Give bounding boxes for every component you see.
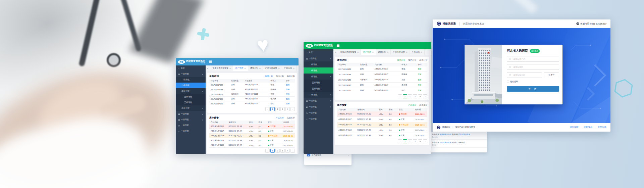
view-link[interactable]: 查看 (284, 102, 295, 105)
sidebar-item[interactable]: 一级导航 ∨ (304, 98, 333, 104)
sidebar-item[interactable]: 二级导航 (176, 77, 206, 83)
username-input[interactable] (513, 58, 557, 60)
page-button[interactable]: 4 (418, 139, 422, 143)
page-button[interactable]: ‹ (265, 107, 270, 111)
sidebar-item[interactable]: 首页 (176, 65, 206, 71)
plan-link[interactable]: 领用计划 (397, 59, 405, 62)
feed-link[interactable]: 5月日常小需求 (459, 133, 470, 135)
password-field[interactable] (507, 64, 559, 70)
footer-link-faq[interactable]: 常见问题 (598, 126, 606, 129)
plan-link[interactable]: 高值计划 (419, 59, 427, 62)
feed-link[interactable]: 5 月日常小需求 (440, 141, 451, 143)
page-button[interactable]: 3 (280, 107, 285, 111)
page-button[interactable]: 2 (275, 107, 280, 111)
sidebar-item[interactable]: 一级导航 ∨ (176, 117, 206, 123)
sidebar-item[interactable]: 首页 (304, 49, 333, 55)
view-link[interactable]: 查看 (417, 89, 427, 92)
page-button[interactable]: ‹ (265, 149, 270, 153)
page-button[interactable]: 1 (403, 94, 407, 98)
page-button[interactable]: 3 (413, 94, 417, 98)
sidebar-item[interactable]: 三级导航 (176, 94, 206, 100)
tab[interactable]: 产品出库 (410, 49, 425, 55)
tab[interactable]: 资质证件效期预警 (338, 49, 361, 55)
view-link[interactable]: 查看 (417, 79, 427, 81)
sidebar-item[interactable]: 二级导航 (176, 83, 206, 88)
page-button[interactable]: 2 (408, 139, 412, 143)
sidebar-item[interactable]: 二级导航 ∧ (304, 74, 333, 80)
password-input[interactable] (513, 66, 557, 68)
page-button[interactable]: 3 (413, 139, 417, 143)
captcha-challenge[interactable]: 6+8=? (544, 72, 559, 77)
view-link[interactable]: 查看 (284, 84, 295, 86)
page-button[interactable]: › (290, 107, 295, 111)
inventory-link[interactable]: 产品库存 (276, 116, 284, 120)
username-field[interactable] (507, 56, 559, 62)
captcha-field[interactable] (507, 72, 542, 78)
tab[interactable]: 产品分类设置 (263, 65, 282, 71)
plan-link[interactable]: 高值计划 (287, 75, 295, 78)
supplier-row[interactable]: ▦ 生产商管理 › (307, 154, 349, 156)
plan-link[interactable]: 预约计划 (408, 59, 416, 62)
view-link[interactable]: 查看 (284, 93, 295, 95)
view-link[interactable]: 查看 (417, 73, 427, 76)
menu-toggle-icon[interactable] (337, 45, 339, 46)
tab[interactable]: 产品出库 (282, 65, 297, 71)
page-button[interactable]: 1 (403, 139, 407, 143)
inventory-link[interactable]: 高值库存 (287, 116, 295, 120)
page-button[interactable]: 4 (285, 107, 290, 111)
tab[interactable]: 通知公告 (248, 65, 263, 71)
page-button[interactable]: ‹ (398, 94, 402, 98)
sidebar-item[interactable]: 一级导航 ∧ (304, 55, 333, 61)
page-button[interactable]: 1 (270, 149, 275, 153)
tab[interactable]: 产品分类设置 (391, 49, 410, 55)
tab[interactable]: 通知公告 (376, 49, 391, 55)
footer-link-help[interactable]: 操作说明 (570, 126, 579, 129)
collapse-tabs-icon[interactable]: « (206, 65, 210, 71)
sidebar-item[interactable]: 一级导航 (176, 128, 206, 134)
login-button[interactable]: 登 录 (507, 86, 559, 92)
page-button[interactable]: 4 (418, 94, 422, 98)
sidebar-item[interactable]: 三级导航 (304, 80, 333, 86)
remember-password[interactable]: 记住密码 (507, 80, 559, 83)
page-button[interactable]: 1 (270, 107, 275, 111)
sidebar-item[interactable]: 三级导航 (176, 100, 206, 105)
page-button[interactable]: 2 (408, 94, 412, 98)
page-button[interactable]: ‹ (398, 139, 402, 143)
activity-item[interactable]: 付小小 在 5 月日常小需求 更新至已发布状态 3 天前 (430, 140, 487, 148)
menu-toggle-icon[interactable] (209, 61, 212, 62)
page-button[interactable]: › (423, 94, 427, 98)
view-link[interactable]: 查看 (417, 68, 427, 70)
view-link[interactable]: 查看 (284, 98, 295, 100)
page-button[interactable]: › (423, 139, 427, 143)
sidebar-item[interactable]: 二级导航 ∨ (304, 92, 333, 98)
page-button[interactable]: 2 (275, 149, 280, 153)
page-button[interactable]: › (290, 149, 295, 153)
inventory-link[interactable]: 高值库存 (419, 104, 427, 107)
checkbox[interactable] (507, 81, 509, 83)
sidebar-item[interactable]: 一级导航 (304, 110, 333, 116)
view-link[interactable]: 查看 (417, 84, 427, 86)
collapse-tabs-icon[interactable]: « (333, 49, 338, 55)
sidebar-item[interactable]: 一级导航 ∧ (176, 71, 206, 77)
sidebar-item[interactable]: 一级导航 ∨ (304, 104, 333, 110)
plan-link[interactable]: 领用计划 (265, 75, 273, 78)
sidebar-item[interactable]: 一级导航 (176, 123, 206, 128)
sidebar-item[interactable]: 一级导航 ∨ (176, 111, 206, 117)
page-button[interactable]: 4 (285, 149, 290, 153)
tab[interactable]: 用户管理 (361, 49, 376, 55)
footer-link-key-driver[interactable]: 密钥驱动 (584, 126, 592, 129)
sidebar-item[interactable]: 二级导航 (304, 67, 333, 74)
plan-link[interactable]: 预约计划 (276, 75, 284, 78)
tab[interactable]: 用户管理 (233, 65, 248, 71)
view-link[interactable]: 查看 (284, 88, 295, 91)
tab[interactable]: 资质证件效期预警 (210, 65, 233, 71)
sidebar-item[interactable]: 二级导航 ∨ (176, 105, 206, 111)
captcha-input[interactable] (513, 74, 540, 77)
inventory-link[interactable]: 产品库存 (408, 104, 416, 107)
activity-item[interactable]: 朱老师 在 风健精英小分队 新建项目 5月日常小需求 5 小时前 (430, 132, 487, 140)
sidebar-item[interactable]: 三级导航 (304, 86, 333, 92)
feed-link[interactable]: 风健精英小分队 (440, 133, 451, 135)
page-button[interactable]: 3 (280, 149, 285, 153)
sidebar-item[interactable]: 二级导航 ∧ (176, 88, 206, 94)
sidebar-item[interactable]: 二级导航 (304, 61, 333, 67)
